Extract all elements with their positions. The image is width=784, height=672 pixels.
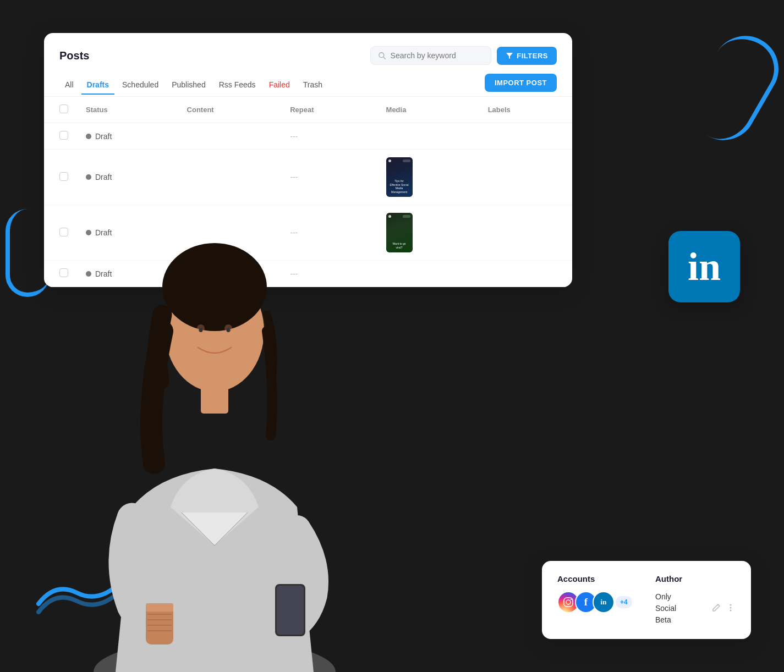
tabs: All Drafts Scheduled Published Rss Feeds… (59, 76, 328, 95)
row-content-cell (178, 123, 282, 150)
header-actions: FILTERS (370, 46, 557, 65)
linkedin-logo-text: in (688, 247, 721, 287)
author-name-line3: Beta (655, 614, 676, 626)
facebook-letter: f (584, 596, 588, 608)
author-actions (711, 603, 736, 615)
person-image (55, 177, 374, 672)
repeat-value: --- (290, 132, 298, 141)
author-column: Author Only Social Beta (655, 574, 736, 626)
tabs-row: All Drafts Scheduled Published Rss Feeds… (44, 65, 572, 97)
panel-header: Posts FILTERS (44, 33, 572, 65)
svg-marker-2 (506, 53, 513, 59)
row-labels-cell (479, 205, 572, 261)
svg-point-23 (730, 607, 732, 608)
media-thumb-dot (388, 159, 391, 162)
svg-point-20 (566, 600, 571, 604)
filter-icon (506, 52, 513, 59)
col-labels: Labels (479, 97, 572, 123)
person-svg (61, 188, 369, 672)
author-name-line1: Only (655, 591, 676, 603)
row-media-cell (377, 123, 479, 150)
col-repeat: Repeat (281, 97, 377, 123)
table-header-row: Status Content Repeat Media Labels (44, 97, 572, 123)
decorative-curve-left (6, 209, 50, 297)
row-labels-cell (479, 123, 572, 150)
row-media-cell: Tips for Effective SocialMedia Managemen… (377, 150, 479, 205)
author-row: Only Social Beta (655, 591, 736, 626)
tab-all[interactable]: All (59, 76, 79, 95)
row-media-cell (377, 261, 479, 287)
row-repeat-cell: --- (281, 123, 377, 150)
svg-point-22 (730, 604, 732, 605)
svg-rect-6 (201, 381, 228, 414)
linkedin-small-icon[interactable]: in (593, 591, 615, 613)
plus-badge: +4 (616, 596, 632, 608)
accounts-title: Accounts (557, 574, 638, 583)
search-icon (379, 52, 386, 60)
row-labels-cell (479, 261, 572, 287)
search-box[interactable] (370, 46, 491, 65)
search-input[interactable] (391, 51, 484, 60)
media-thumb-text: Tips for Effective SocialMedia Managemen… (390, 179, 409, 194)
svg-point-17 (199, 328, 203, 332)
accounts-card-inner: Accounts f in +4 Author (557, 574, 736, 626)
filters-button[interactable]: FILTERS (497, 47, 557, 65)
svg-point-21 (571, 599, 572, 600)
col-media: Media (377, 97, 479, 123)
row-media-cell: Want to go viral? (377, 205, 479, 261)
svg-rect-14 (277, 586, 304, 635)
select-all-checkbox[interactable] (59, 104, 68, 113)
col-checkbox (44, 97, 77, 123)
table-row: Draft --- (44, 123, 572, 150)
col-content: Content (178, 97, 282, 123)
row-checkbox[interactable] (59, 131, 68, 140)
more-options-icon[interactable] (726, 603, 736, 615)
tab-trash[interactable]: Trash (298, 76, 328, 95)
decorative-curve-top (678, 24, 784, 152)
svg-point-24 (730, 609, 732, 611)
tab-published[interactable]: Published (166, 76, 211, 95)
accounts-card: Accounts f in +4 Author (542, 561, 751, 639)
author-name-line2: Social (655, 603, 676, 614)
accounts-column: Accounts f in +4 (557, 574, 638, 626)
edit-icon[interactable] (711, 603, 721, 615)
media-thumb-inner: Tips for Effective SocialMedia Managemen… (386, 157, 413, 197)
media-thumbnail[interactable]: Tips for Effective SocialMedia Managemen… (386, 157, 413, 197)
status-label: Draft (95, 132, 112, 141)
tab-drafts[interactable]: Drafts (81, 76, 114, 95)
media-thumb-inner-2: Want to go viral? (386, 213, 413, 252)
author-title: Author (655, 574, 736, 583)
social-icons-row: f in +4 (557, 591, 638, 613)
row-status-cell: Draft (77, 123, 178, 150)
svg-point-18 (227, 328, 231, 332)
linkedin-letter: in (601, 598, 607, 607)
row-checkbox-cell (44, 123, 77, 150)
import-post-button[interactable]: IMPORT POST (485, 74, 557, 92)
media-thumbnail-2[interactable]: Want to go viral? (386, 213, 413, 252)
svg-rect-8 (146, 603, 173, 612)
svg-point-5 (162, 243, 267, 331)
col-status: Status (77, 97, 178, 123)
media-thumb-bar (403, 159, 410, 162)
media-thumb-dot-2 (388, 215, 391, 218)
linkedin-badge: in (668, 231, 740, 302)
tab-failed[interactable]: Failed (264, 76, 295, 95)
row-labels-cell (479, 150, 572, 205)
tab-scheduled[interactable]: Scheduled (117, 76, 164, 95)
media-thumb-text-2: Want to go viral? (390, 242, 409, 249)
tab-rss-feeds[interactable]: Rss Feeds (213, 76, 261, 95)
page-title: Posts (59, 49, 89, 62)
media-thumb-bar-2 (403, 215, 410, 218)
draft-dot (86, 134, 91, 139)
svg-line-1 (383, 57, 386, 59)
author-name: Only Social Beta (655, 591, 676, 626)
status-draft: Draft (86, 132, 112, 141)
